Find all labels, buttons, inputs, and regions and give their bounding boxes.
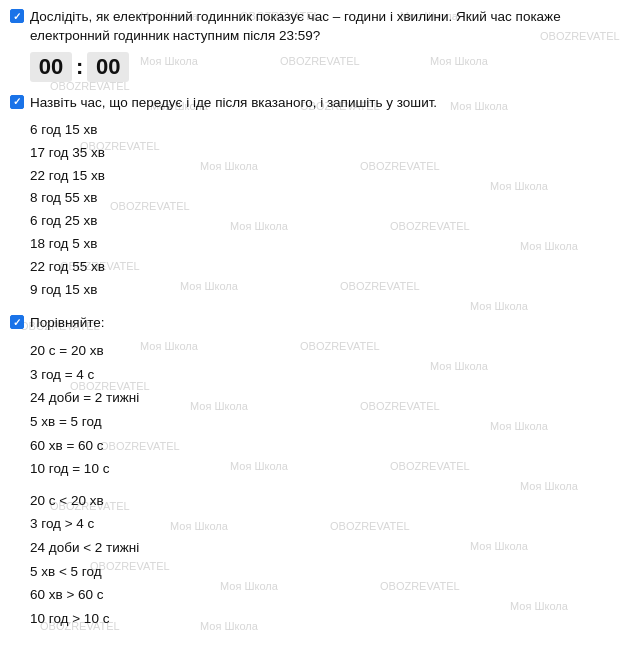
clock-minutes: 00 — [87, 52, 129, 82]
compare-prompts: 20 с = 20 хв3 год = 4 с24 доби = 2 тижні… — [30, 339, 623, 481]
list-item: 6 год 25 хв — [30, 210, 623, 233]
time-list: 6 год 15 хв17 год 35 хв22 год 15 хв8 год… — [30, 119, 623, 303]
list-item: 18 год 5 хв — [30, 233, 623, 256]
list-item: 22 год 55 хв — [30, 256, 623, 279]
list-item: 17 год 35 хв — [30, 142, 623, 165]
main-content: Дослідіть, як електронний годинник показ… — [0, 0, 633, 645]
clock-colon: : — [76, 54, 83, 80]
list-item: 60 хв > 60 с — [30, 583, 623, 607]
list-item: 60 хв = 60 с — [30, 434, 623, 458]
list-item: 22 год 15 хв — [30, 165, 623, 188]
question-4-block: Дослідіть, як електронний годинник показ… — [10, 8, 623, 82]
question-6-header: Порівняйте: — [10, 314, 623, 333]
list-item: 5 хв = 5 год — [30, 410, 623, 434]
list-item: 8 год 55 хв — [30, 187, 623, 210]
list-item: 9 год 15 хв — [30, 279, 623, 302]
question-4-text: Дослідіть, як електронний годинник показ… — [30, 8, 623, 46]
list-item: 10 год = 10 с — [30, 457, 623, 481]
question-5-block: Назвіть час, що передує і іде після вказ… — [10, 94, 623, 302]
list-item: 24 доби = 2 тижні — [30, 386, 623, 410]
question-5-header: Назвіть час, що передує і іде після вказ… — [10, 94, 623, 113]
clock-display: 00 : 00 — [30, 52, 623, 82]
list-item: 5 хв < 5 год — [30, 560, 623, 584]
question-5-text: Назвіть час, що передує і іде після вказ… — [30, 94, 437, 113]
question-6-text: Порівняйте: — [30, 314, 105, 333]
clock-hours: 00 — [30, 52, 72, 82]
compare-answers: 20 с < 20 хв3 год > 4 с24 доби < 2 тижні… — [30, 489, 623, 631]
question-4-header: Дослідіть, як електронний годинник показ… — [10, 8, 623, 46]
list-item: 20 с < 20 хв — [30, 489, 623, 513]
list-item: 20 с = 20 хв — [30, 339, 623, 363]
question-4-checkbox[interactable] — [10, 9, 24, 23]
question-6-block: Порівняйте: 20 с = 20 хв3 год = 4 с24 до… — [10, 314, 623, 630]
question-6-checkbox[interactable] — [10, 315, 24, 329]
list-item: 10 год > 10 с — [30, 607, 623, 631]
list-item: 3 год = 4 с — [30, 363, 623, 387]
list-item: 3 год > 4 с — [30, 512, 623, 536]
list-item: 6 год 15 хв — [30, 119, 623, 142]
list-item: 24 доби < 2 тижні — [30, 536, 623, 560]
question-5-checkbox[interactable] — [10, 95, 24, 109]
